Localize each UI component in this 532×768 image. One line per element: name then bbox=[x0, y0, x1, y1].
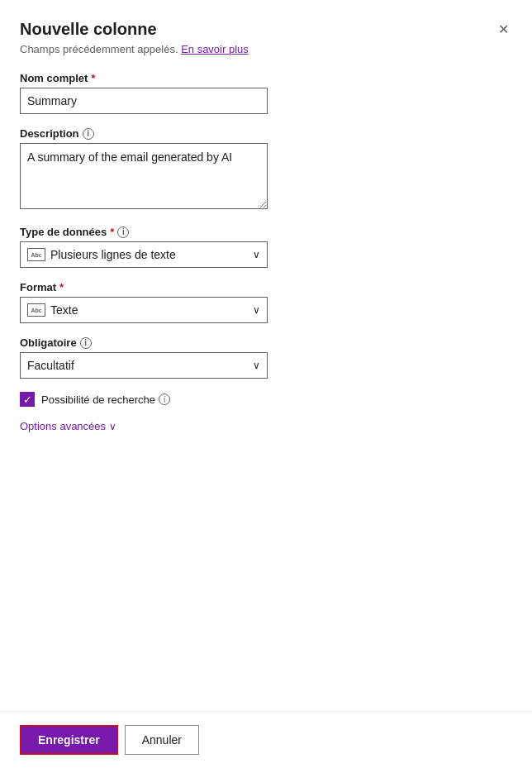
obligatoire-select[interactable]: Facultatif ∨ bbox=[20, 352, 268, 379]
required-star-format: * bbox=[59, 281, 64, 293]
format-abc-icon: Abc bbox=[27, 303, 45, 317]
cancel-button[interactable]: Annuler bbox=[125, 725, 199, 755]
searchable-checkbox[interactable]: ✓ bbox=[20, 392, 35, 407]
advanced-options-chevron-icon: ∨ bbox=[109, 421, 116, 432]
type-donnees-value: Plusieurs lignes de texte bbox=[50, 248, 176, 261]
searchable-label: Possibilité de recherche i bbox=[41, 394, 170, 406]
type-donnees-select[interactable]: Abc Plusieurs lignes de texte ∨ bbox=[20, 241, 268, 268]
panel-title: Nouvelle colonne bbox=[20, 20, 157, 39]
nom-complet-group: Nom complet * bbox=[20, 72, 512, 114]
type-donnees-chevron-icon: ∨ bbox=[253, 249, 260, 260]
searchable-group: ✓ Possibilité de recherche i bbox=[20, 392, 512, 407]
searchable-info-icon[interactable]: i bbox=[159, 394, 170, 405]
panel-footer: Enregistrer Annuler bbox=[0, 711, 532, 768]
format-group: Format * Abc Texte ∨ bbox=[20, 281, 512, 323]
type-donnees-label: Type de données * i bbox=[20, 226, 512, 238]
type-donnees-select-content: Abc Plusieurs lignes de texte bbox=[27, 248, 176, 261]
obligatoire-chevron-icon: ∨ bbox=[253, 360, 260, 371]
advanced-options[interactable]: Options avancées ∨ bbox=[20, 420, 512, 432]
advanced-options-label: Options avancées bbox=[20, 420, 106, 432]
description-group: Description i A summary of the email gen… bbox=[20, 127, 512, 212]
format-label: Format * bbox=[20, 281, 512, 293]
description-label: Description i bbox=[20, 127, 512, 140]
close-button[interactable]: ✕ bbox=[495, 20, 512, 40]
type-donnees-abc-icon: Abc bbox=[27, 248, 45, 261]
obligatoire-select-content: Facultatif bbox=[27, 359, 74, 372]
obligatoire-label: Obligatoire i bbox=[20, 336, 512, 349]
learn-more-link[interactable]: En savoir plus bbox=[181, 43, 249, 55]
description-textarea[interactable]: A summary of the email generated by AI bbox=[20, 143, 268, 209]
format-select-content: Abc Texte bbox=[27, 303, 78, 317]
description-info-icon[interactable]: i bbox=[83, 128, 94, 140]
nom-complet-label: Nom complet * bbox=[20, 72, 512, 84]
type-donnees-info-icon[interactable]: i bbox=[117, 227, 129, 238]
nom-complet-input[interactable] bbox=[20, 88, 268, 114]
obligatoire-info-icon[interactable]: i bbox=[80, 337, 92, 349]
obligatoire-value: Facultatif bbox=[27, 359, 74, 372]
save-button[interactable]: Enregistrer bbox=[20, 725, 118, 755]
required-star-type: * bbox=[110, 226, 114, 238]
close-icon: ✕ bbox=[498, 22, 509, 36]
checkmark-icon: ✓ bbox=[23, 394, 32, 405]
format-select[interactable]: Abc Texte ∨ bbox=[20, 297, 268, 323]
new-column-panel: Nouvelle colonne ✕ Champs précédemment a… bbox=[0, 0, 532, 768]
panel-subtitle: Champs précédemment appelés. En savoir p… bbox=[20, 43, 512, 55]
obligatoire-group: Obligatoire i Facultatif ∨ bbox=[20, 336, 512, 379]
format-value: Texte bbox=[50, 303, 78, 317]
required-star-nom: * bbox=[91, 72, 95, 84]
format-chevron-icon: ∨ bbox=[253, 304, 260, 316]
type-donnees-group: Type de données * i Abc Plusieurs lignes… bbox=[20, 226, 512, 268]
panel-header: Nouvelle colonne ✕ bbox=[20, 20, 512, 40]
